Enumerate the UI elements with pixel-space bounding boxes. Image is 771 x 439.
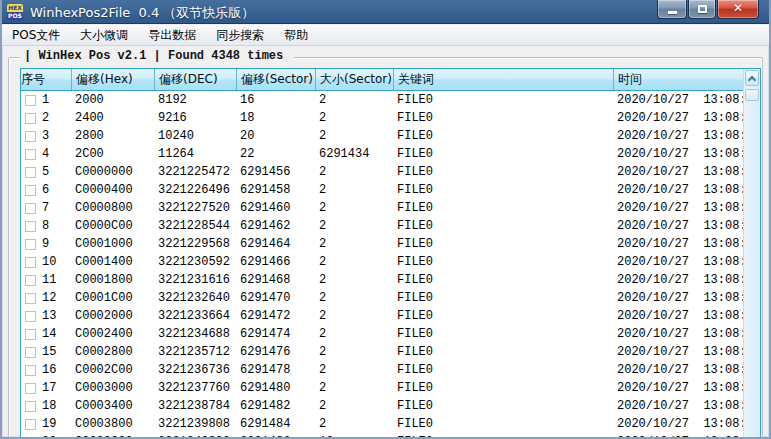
cell-offset-dec: 3221239808 — [154, 415, 236, 433]
cell-index: 3 — [42, 127, 49, 145]
cell-index: 6 — [21, 181, 71, 199]
table-row[interactable]: 9C0001000322122956862914642FILE02020/10/… — [21, 235, 743, 253]
column-header[interactable]: 大小(Sector) — [315, 69, 393, 90]
cell-offset-hex: 2400 — [71, 109, 154, 127]
close-button[interactable]: ✕ — [717, 0, 759, 19]
table-row[interactable]: 16C0002C00322123673662914782FILE02020/10… — [21, 361, 743, 379]
cell-index: 14 — [42, 325, 56, 343]
menu-item[interactable]: 同步搜索 — [206, 25, 274, 46]
cell-index: 17 — [21, 379, 71, 397]
cell-offset-dec: 3221234688 — [154, 325, 236, 343]
cell-offset-dec: 3221228544 — [154, 217, 236, 235]
row-checkbox[interactable] — [25, 185, 36, 196]
table-row[interactable]: 17C0003000322123776062914802FILE02020/10… — [21, 379, 743, 397]
row-checkbox[interactable] — [25, 203, 36, 214]
row-checkbox[interactable] — [25, 167, 36, 178]
column-header[interactable]: 时间 — [613, 69, 743, 90]
cell-offset-dec: 9216 — [154, 109, 236, 127]
row-checkbox[interactable] — [25, 383, 36, 394]
table-row[interactable]: 14C0002400322123468862914742FILE02020/10… — [21, 325, 743, 343]
table-row[interactable]: 13C0002000322123366462914722FILE02020/10… — [21, 307, 743, 325]
cell-index: 10 — [21, 253, 71, 271]
cell-keyword: FILE0 — [393, 181, 613, 199]
scroll-up-button[interactable] — [745, 70, 759, 86]
table-row[interactable]: 42C0011264226291434FILE02020/10/27 13:08… — [21, 145, 743, 163]
cell-index: 20 — [21, 433, 71, 439]
cell-offset-sector: 18 — [236, 109, 315, 127]
cell-index: 6 — [42, 181, 49, 199]
row-checkbox[interactable] — [25, 239, 36, 250]
vertical-scrollbar[interactable] — [743, 69, 760, 439]
title-bar[interactable]: HEX POS WinhexPos2File 0.4 （双节快乐版） ✕ — [0, 0, 771, 24]
cell-index: 15 — [42, 343, 56, 361]
cell-keyword: FILE0 — [393, 199, 613, 217]
cell-size-sector: 2 — [315, 91, 393, 109]
table-row[interactable]: 10C0001400322123059262914662FILE02020/10… — [21, 253, 743, 271]
minimize-button[interactable] — [657, 0, 687, 19]
cell-index: 1 — [21, 91, 71, 109]
cell-offset-dec: 10240 — [154, 127, 236, 145]
cell-offset-sector: 6291474 — [236, 325, 315, 343]
cell-keyword: FILE0 — [393, 415, 613, 433]
table-row[interactable]: 3280010240202FILE02020/10/27 13:08:15 — [21, 127, 743, 145]
column-header[interactable]: 偏移(DEC) — [154, 69, 236, 90]
row-checkbox[interactable] — [25, 257, 36, 268]
minimize-icon — [668, 11, 677, 14]
row-checkbox[interactable] — [25, 293, 36, 304]
cell-time: 2020/10/27 13:08:15 — [613, 433, 743, 439]
cell-offset-dec: 3221236736 — [154, 361, 236, 379]
cell-keyword: FILE0 — [393, 109, 613, 127]
cell-offset-dec: 3221238784 — [154, 397, 236, 415]
row-checkbox[interactable] — [25, 131, 36, 142]
row-checkbox[interactable] — [25, 221, 36, 232]
row-checkbox[interactable] — [25, 149, 36, 160]
row-checkbox[interactable] — [25, 329, 36, 340]
cell-offset-dec: 3221229568 — [154, 235, 236, 253]
cell-index: 2 — [21, 109, 71, 127]
cell-offset-hex: C0001400 — [71, 253, 154, 271]
table-row[interactable]: 8C0000C00322122854462914622FILE02020/10/… — [21, 217, 743, 235]
cell-time: 2020/10/27 13:08:15 — [613, 307, 743, 325]
cell-offset-dec: 8192 — [154, 91, 236, 109]
table-row[interactable]: 7C0000800322122752062914602FILE02020/10/… — [21, 199, 743, 217]
app-window: HEX POS WinhexPos2File 0.4 （双节快乐版） ✕ POS… — [0, 0, 771, 439]
table-row[interactable]: 6C0000400322122649662914582FILE02020/10/… — [21, 181, 743, 199]
cell-offset-sector: 16 — [236, 91, 315, 109]
cell-index: 12 — [42, 289, 56, 307]
column-header[interactable]: 偏移(Sector) — [236, 69, 315, 90]
table-row[interactable]: 20C0003C003221240832629148610FILE02020/1… — [21, 433, 743, 439]
row-checkbox[interactable] — [25, 311, 36, 322]
cell-offset-hex: C0002800 — [71, 343, 154, 361]
row-checkbox[interactable] — [25, 365, 36, 376]
table-row[interactable]: 18C0003400322123878462914822FILE02020/10… — [21, 397, 743, 415]
cell-time: 2020/10/27 13:08:15 — [613, 217, 743, 235]
table-row[interactable]: 12C0001C00322123264062914702FILE02020/10… — [21, 289, 743, 307]
menu-item[interactable]: 帮助 — [274, 25, 318, 46]
column-header[interactable]: 偏移(Hex) — [71, 69, 154, 90]
row-checkbox[interactable] — [25, 347, 36, 358]
table-row[interactable]: 11C0001800322123161662914682FILE02020/10… — [21, 271, 743, 289]
column-header[interactable]: 关键词 — [393, 69, 613, 90]
row-checkbox[interactable] — [25, 401, 36, 412]
row-checkbox[interactable] — [25, 419, 36, 430]
table-row[interactable]: 19C0003800322123980862914842FILE02020/10… — [21, 415, 743, 433]
row-checkbox[interactable] — [25, 275, 36, 286]
menu-item[interactable]: POS文件 — [2, 25, 70, 46]
cell-index: 8 — [21, 217, 71, 235]
cell-index: 13 — [42, 307, 56, 325]
cell-offset-sector: 6291456 — [236, 163, 315, 181]
table-row[interactable]: 15C0002800322123571262914762FILE02020/10… — [21, 343, 743, 361]
column-header[interactable]: 序号 — [21, 69, 71, 90]
maximize-button[interactable] — [688, 0, 716, 19]
table-row[interactable]: 5C0000000322122547262914562FILE02020/10/… — [21, 163, 743, 181]
chevron-up-icon — [748, 76, 756, 84]
table-row[interactable]: 120008192162FILE02020/10/27 13:08:15 — [21, 91, 743, 109]
row-checkbox[interactable] — [25, 95, 36, 106]
close-icon: ✕ — [718, 1, 758, 15]
table-row[interactable]: 224009216182FILE02020/10/27 13:08:15 — [21, 109, 743, 127]
menu-item[interactable]: 大小微调 — [70, 25, 138, 46]
cell-offset-sector: 6291476 — [236, 343, 315, 361]
scrollbar-thumb[interactable] — [745, 89, 759, 101]
row-checkbox[interactable] — [25, 113, 36, 124]
menu-item[interactable]: 导出数据 — [138, 25, 206, 46]
